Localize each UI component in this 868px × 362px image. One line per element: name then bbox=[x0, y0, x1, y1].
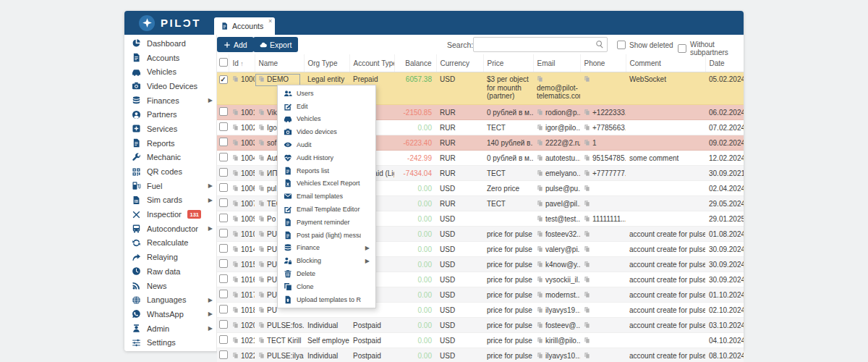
copy-icon[interactable] bbox=[584, 200, 590, 207]
table-row-1020[interactable]: 1020 PULSE:fos... Individual Postpaid 0.… bbox=[217, 318, 744, 333]
copy-icon[interactable] bbox=[232, 124, 239, 131]
table-row-1021[interactable]: 1021 ТЕСТ Kirill Self employed Postpaid … bbox=[217, 333, 744, 348]
context-menu-item-delete[interactable]: Delete ▶ bbox=[278, 267, 375, 280]
copy-icon[interactable] bbox=[584, 230, 590, 237]
copy-icon[interactable] bbox=[232, 321, 239, 329]
copy-icon[interactable] bbox=[232, 352, 239, 359]
copy-icon[interactable] bbox=[232, 185, 239, 192]
row-checkbox[interactable] bbox=[219, 153, 228, 161]
copy-icon[interactable] bbox=[258, 261, 265, 268]
copy-icon[interactable] bbox=[537, 200, 543, 207]
copy-icon[interactable] bbox=[537, 185, 543, 192]
show-deleted-checkbox[interactable] bbox=[617, 41, 626, 49]
sidebar-item-vehicles[interactable]: Vehicles ▶ bbox=[124, 64, 216, 79]
sidebar-item-relaying[interactable]: Relaying ▶ bbox=[124, 250, 216, 264]
column-header-phone[interactable]: Phone bbox=[580, 54, 626, 72]
context-menu-item-email-template-editor[interactable]: Email Template Editor ▶ bbox=[278, 203, 375, 216]
sidebar-item-settings[interactable]: Settings ▶ bbox=[124, 335, 216, 350]
select-all-header[interactable] bbox=[217, 54, 229, 72]
export-button[interactable]: Export bbox=[253, 37, 298, 52]
copy-icon[interactable] bbox=[258, 109, 265, 116]
copy-icon[interactable] bbox=[537, 124, 543, 131]
copy-icon[interactable] bbox=[584, 139, 590, 146]
sidebar-item-services[interactable]: Services ▶ bbox=[124, 122, 216, 136]
copy-icon[interactable] bbox=[537, 321, 543, 329]
copy-icon[interactable] bbox=[537, 306, 543, 313]
copy-icon[interactable] bbox=[584, 306, 590, 313]
copy-icon[interactable] bbox=[258, 169, 265, 177]
copy-icon[interactable] bbox=[258, 154, 265, 161]
copy-icon[interactable] bbox=[232, 291, 239, 298]
copy-icon[interactable] bbox=[584, 276, 590, 283]
copy-icon[interactable] bbox=[258, 124, 265, 131]
copy-icon[interactable] bbox=[584, 321, 590, 329]
copy-icon[interactable] bbox=[584, 154, 590, 161]
copy-icon[interactable] bbox=[258, 291, 265, 298]
copy-icon[interactable] bbox=[584, 185, 590, 192]
column-header-id[interactable]: Id ↑ bbox=[229, 54, 255, 72]
copy-icon[interactable] bbox=[537, 337, 543, 344]
select-all-checkbox[interactable] bbox=[219, 58, 228, 67]
context-menu-item-audit-history[interactable]: Audit History ▶ bbox=[278, 151, 375, 164]
context-menu-item-users[interactable]: Users ▶ bbox=[278, 87, 375, 100]
context-menu-item-blocking[interactable]: Blocking ▶ bbox=[278, 254, 375, 267]
cell-name[interactable]: PULSE:fos... bbox=[255, 318, 304, 333]
context-menu-item-finance[interactable]: Finance ▶ bbox=[278, 242, 375, 255]
context-menu-item-reports-list[interactable]: Reports list ▶ bbox=[278, 164, 375, 177]
column-header-balance[interactable]: Balance bbox=[394, 54, 436, 72]
column-header-name[interactable]: Name bbox=[255, 54, 304, 72]
table-row-1022[interactable]: 1022 PULSE:ilya... Individual Postpaid 0… bbox=[217, 348, 744, 362]
context-menu-item-clone[interactable]: Clone ▶ bbox=[278, 280, 375, 293]
copy-icon[interactable] bbox=[258, 245, 265, 253]
context-menu-item-vehicles-excel-report[interactable]: Vehicles Excel Report ▶ bbox=[278, 177, 375, 190]
context-menu-item-post-paid-light-message[interactable]: Post paid (light) message ▶ bbox=[278, 229, 375, 242]
copy-icon[interactable] bbox=[537, 276, 543, 283]
sidebar-item-mechanic[interactable]: Mechanic ▶ bbox=[124, 151, 216, 165]
copy-icon[interactable] bbox=[232, 230, 239, 237]
row-checkbox[interactable] bbox=[219, 274, 228, 283]
copy-icon[interactable] bbox=[537, 291, 543, 298]
row-checkbox[interactable] bbox=[219, 214, 228, 222]
sidebar-item-video-devices[interactable]: Video Devices ▶ bbox=[124, 79, 216, 93]
copy-icon[interactable] bbox=[584, 291, 590, 298]
copy-icon[interactable] bbox=[537, 245, 543, 253]
row-checkbox[interactable] bbox=[219, 335, 228, 344]
context-menu-item-email-templates[interactable]: Email templates ▶ bbox=[278, 190, 375, 203]
copy-icon[interactable] bbox=[584, 261, 590, 268]
tab-accounts[interactable]: Accounts × bbox=[214, 17, 275, 35]
sidebar-item-recalculate[interactable]: Recalculate ▶ bbox=[124, 236, 216, 251]
copy-icon[interactable] bbox=[258, 352, 265, 359]
copy-icon[interactable] bbox=[537, 261, 543, 268]
sidebar-item-sim-cards[interactable]: Sim cards ▶ bbox=[124, 193, 216, 208]
copy-icon[interactable] bbox=[258, 185, 265, 192]
copy-icon[interactable] bbox=[232, 75, 239, 83]
context-menu-item-payment-reminder[interactable]: Payment reminder ▶ bbox=[278, 216, 375, 229]
copy-icon[interactable] bbox=[584, 245, 590, 253]
copy-icon[interactable] bbox=[537, 352, 543, 359]
copy-icon[interactable] bbox=[232, 306, 239, 313]
cell-name[interactable]: PULSE:ilya... bbox=[255, 348, 304, 362]
context-menu-item-upload-templates-to-report-builder[interactable]: Upload templates to Report builder ▶ bbox=[278, 293, 375, 306]
copy-icon[interactable] bbox=[537, 139, 543, 146]
row-checkbox[interactable] bbox=[219, 320, 228, 329]
copy-icon[interactable] bbox=[584, 75, 590, 83]
sidebar-item-dashboard[interactable]: Dashboard ▶ bbox=[124, 36, 216, 51]
copy-icon[interactable] bbox=[258, 230, 265, 237]
sidebar-item-whatsapp[interactable]: WhatsApp ▶ bbox=[124, 307, 216, 321]
add-button[interactable]: Add bbox=[217, 37, 254, 52]
sidebar-item-fuel[interactable]: Fuel ▶ bbox=[124, 179, 216, 193]
context-menu-item-edit[interactable]: Edit ▶ bbox=[278, 100, 375, 113]
copy-icon[interactable] bbox=[258, 75, 265, 83]
sidebar-item-inspection[interactable]: Inspection 131 ▶ bbox=[124, 207, 216, 222]
row-checkbox[interactable] bbox=[219, 290, 228, 298]
sidebar-item-accounts[interactable]: Accounts ▶ bbox=[124, 51, 216, 65]
copy-icon[interactable] bbox=[537, 169, 543, 177]
context-menu-item-vehicles[interactable]: Vehicles ▶ bbox=[278, 113, 375, 126]
copy-icon[interactable] bbox=[258, 337, 265, 344]
copy-icon[interactable] bbox=[258, 215, 265, 222]
copy-icon[interactable] bbox=[232, 261, 239, 268]
copy-icon[interactable] bbox=[584, 352, 590, 359]
copy-icon[interactable] bbox=[232, 276, 239, 283]
row-checkbox[interactable] bbox=[219, 183, 228, 192]
copy-icon[interactable] bbox=[537, 215, 543, 222]
